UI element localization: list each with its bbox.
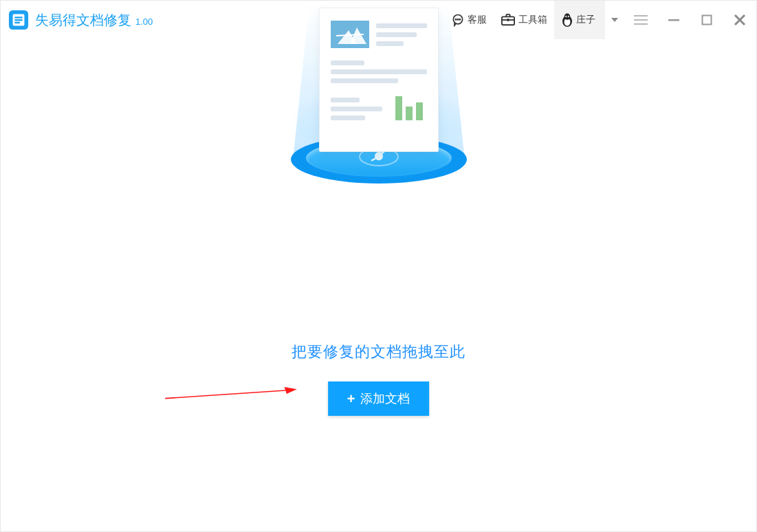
- user-dropdown-caret[interactable]: [605, 1, 624, 39]
- add-button-label: 添加文档: [360, 390, 410, 407]
- svg-point-6: [455, 19, 456, 20]
- svg-rect-16: [634, 15, 648, 16]
- toolbox-button[interactable]: 工具箱: [494, 1, 554, 39]
- svg-point-10: [507, 19, 509, 21]
- hamburger-icon: [634, 15, 648, 25]
- svg-rect-19: [668, 19, 679, 21]
- bar-chart-icon: [395, 94, 427, 120]
- user-menu[interactable]: 庄子: [554, 1, 605, 39]
- menu-button[interactable]: [624, 1, 657, 39]
- penguin-icon: [561, 13, 573, 27]
- app-title: 失易得文档修复 1.00: [35, 11, 153, 30]
- drop-illustration: [276, 135, 482, 184]
- add-document-button[interactable]: + 添加文档: [328, 381, 430, 416]
- svg-rect-4: [14, 22, 20, 23]
- svg-point-14: [565, 16, 567, 17]
- title-left: 失易得文档修复 1.00: [8, 9, 153, 31]
- app-version-text: 1.00: [135, 16, 153, 27]
- app-name-text: 失易得文档修复: [35, 11, 131, 30]
- svg-rect-3: [14, 19, 22, 21]
- svg-rect-18: [634, 23, 648, 25]
- svg-rect-2: [14, 16, 22, 18]
- svg-point-13: [564, 14, 571, 20]
- svg-point-8: [459, 19, 460, 20]
- drop-hint-text: 把要修复的文档拖拽至此: [292, 342, 465, 362]
- main-content: 把要修复的文档拖拽至此 + 添加文档: [1, 39, 756, 531]
- document-graphic: [319, 8, 439, 152]
- svg-point-15: [568, 16, 569, 17]
- chat-icon: [451, 13, 465, 27]
- title-right: 客服 工具箱: [444, 1, 756, 39]
- svg-rect-20: [703, 16, 712, 25]
- support-label: 客服: [468, 14, 487, 26]
- maximize-button[interactable]: [690, 1, 723, 39]
- support-button[interactable]: 客服: [444, 1, 494, 39]
- close-icon: [734, 14, 746, 26]
- plus-icon: +: [347, 392, 355, 406]
- broken-image-icon: [331, 21, 369, 48]
- toolbox-icon: [501, 13, 516, 27]
- minimize-icon: [668, 14, 680, 26]
- svg-marker-25: [285, 387, 297, 394]
- svg-rect-17: [634, 19, 648, 21]
- close-button[interactable]: [723, 1, 756, 39]
- app-logo-icon: [8, 9, 30, 31]
- platform-graphic: [291, 135, 467, 184]
- svg-point-7: [457, 19, 458, 20]
- toolbox-label: 工具箱: [518, 14, 547, 26]
- minimize-button[interactable]: [657, 1, 690, 39]
- user-name-text: 庄子: [576, 14, 595, 26]
- annotation-arrow: [152, 387, 310, 401]
- svg-line-24: [165, 390, 285, 399]
- maximize-icon: [701, 14, 712, 25]
